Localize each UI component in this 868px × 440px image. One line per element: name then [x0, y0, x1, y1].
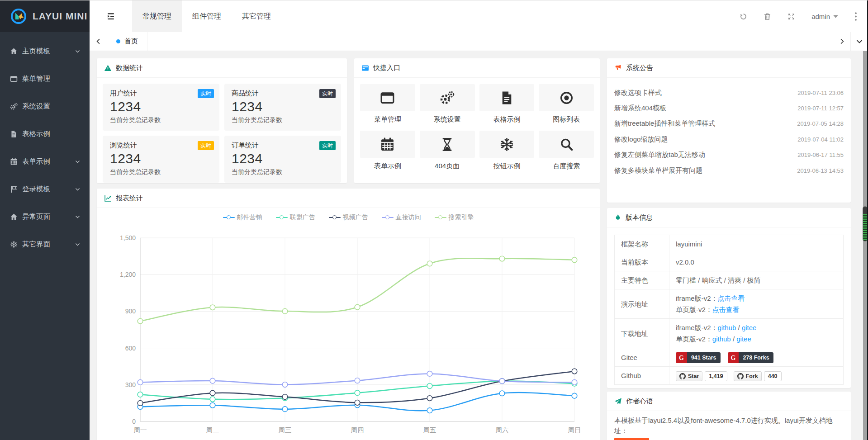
sidebar-item-登录模板[interactable]: 登录模板	[0, 175, 90, 203]
sidebar-item-异常页面[interactable]: 异常页面	[0, 203, 90, 231]
quick-entry-404页面[interactable]: 404页面	[420, 131, 475, 170]
svg-text:周日: 周日	[568, 426, 581, 434]
quick-entry-label: 404页面	[420, 162, 475, 170]
menu-collapse-button[interactable]	[90, 0, 132, 32]
realtime-badge: 实时	[319, 141, 336, 150]
version-text: /	[731, 335, 737, 343]
quick-entry-header: 快捷入口	[354, 58, 600, 78]
announcement-list: 修改选项卡样式2019-07-11 23:06新增系统404模板2019-07-…	[607, 78, 851, 178]
gitee-badge[interactable]: G278 Forks	[728, 352, 773, 363]
announcement-title: 修改选项卡样式	[614, 89, 662, 97]
sidebar-item-主页模板[interactable]: 主页模板	[0, 38, 90, 65]
trash-icon[interactable]	[764, 13, 771, 20]
version-value-line: iframe版-v2：github / gitee	[676, 322, 837, 333]
header-nav-tabs: 常规管理组件管理其它管理	[132, 0, 281, 32]
version-link[interactable]: github	[712, 335, 731, 343]
refresh-icon[interactable]	[740, 13, 747, 20]
quick-entry-菜单管理[interactable]: 菜单管理	[360, 84, 415, 124]
tab-scroll-left-button[interactable]	[90, 32, 107, 51]
version-header: 版本信息	[607, 208, 851, 227]
version-row-value: v2.0.0	[669, 253, 844, 271]
announcement-row[interactable]: 新增treetable插件和菜单管理样式2019-07-05 14:28	[614, 116, 844, 132]
quick-entry-表格示例[interactable]: 表格示例	[479, 84, 535, 124]
header-tab-组件管理[interactable]: 组件管理	[182, 0, 232, 32]
sidebar-item-菜单管理[interactable]: 菜单管理	[0, 65, 90, 93]
tab-operations-button[interactable]	[850, 32, 868, 51]
version-row-value: layuimini	[669, 235, 844, 253]
svg-text:1,200: 1,200	[120, 271, 136, 278]
announcement-title: 新增系统404模板	[614, 104, 666, 113]
github-fork-button[interactable]: Fork	[734, 371, 762, 381]
announcement-date: 2019-07-05 14:28	[797, 120, 844, 127]
caret-down-icon	[833, 15, 838, 18]
quick-entry-按钮示例[interactable]: 按钮示例	[479, 131, 535, 170]
tab-scroll-right-button[interactable]	[833, 32, 850, 51]
data-statistics-header: 数据统计	[97, 58, 347, 78]
app-title: LAYUI MINI	[33, 11, 87, 22]
version-link[interactable]: 点击查看	[712, 306, 740, 313]
stats-grid: 用户统计实时1234当前分类总记录数商品统计实时1234当前分类总记录数浏览统计…	[97, 78, 347, 189]
version-row-value: 零门槛 / 响应式 / 清爽 / 极简	[669, 271, 844, 289]
tab-home[interactable]: 首页	[107, 32, 147, 51]
svg-text:900: 900	[125, 308, 136, 315]
gitee-badge[interactable]: G941 Stars	[676, 352, 721, 363]
quick-entry-box	[360, 131, 415, 158]
svg-text:1,500: 1,500	[120, 234, 136, 241]
card-title: 版本信息	[626, 213, 653, 222]
github-count[interactable]: 1,419	[705, 371, 727, 381]
octocat-icon	[679, 373, 686, 379]
gitee-badge-label: 941 Stars	[687, 352, 721, 363]
card-title: 报表统计	[116, 194, 143, 203]
paper-plane-icon	[614, 397, 622, 405]
stat-value: 1234	[110, 99, 212, 114]
quick-entry-box	[539, 131, 594, 158]
version-link[interactable]: gitee	[736, 335, 751, 343]
announcement-title: 新增treetable插件和菜单管理样式	[614, 119, 715, 128]
announcement-row[interactable]: 修复左侧菜单缩放tab无法移动2019-06-17 11:55	[614, 147, 844, 163]
system-announcements-card: 系统公告 修改选项卡样式2019-07-11 23:06新增系统404模板201…	[607, 58, 851, 203]
version-link[interactable]: github	[718, 324, 736, 331]
github-star-button[interactable]: Star	[676, 371, 702, 381]
logo[interactable]: LAYUI MINI	[0, 0, 90, 32]
sidebar-item-表格示例[interactable]: 表格示例	[0, 120, 90, 148]
quick-entry-表单示例[interactable]: 表单示例	[360, 131, 415, 170]
home-icon	[10, 213, 18, 221]
stat-label: 用户统计	[110, 89, 212, 98]
header-tab-常规管理[interactable]: 常规管理	[132, 0, 182, 32]
github-count[interactable]: 440	[764, 371, 782, 381]
header-tab-其它管理[interactable]: 其它管理	[232, 0, 281, 32]
gitee-logo: G	[676, 352, 687, 363]
chevron-left-icon	[95, 38, 102, 45]
version-row-label: 演示地址	[615, 289, 669, 319]
sidebar-item-表单示例[interactable]: 表单示例	[0, 148, 90, 175]
version-row-label: 下载地址	[615, 319, 669, 348]
sidebar-item-系统设置[interactable]: 系统设置	[0, 93, 90, 120]
chevron-down-icon	[75, 159, 81, 165]
more-vertical-icon[interactable]	[854, 12, 857, 21]
user-menu[interactable]: admin	[811, 13, 838, 20]
fullscreen-icon[interactable]	[787, 13, 795, 20]
announcement-row[interactable]: 修改logo缩放问题2019-07-04 11:02	[614, 132, 844, 147]
sidebar-item-其它界面[interactable]: 其它界面	[0, 231, 90, 258]
version-row-label: 框架名称	[615, 235, 669, 253]
announcement-row[interactable]: 修改选项卡样式2019-07-11 23:06	[614, 85, 844, 100]
chevron-down-icon	[75, 48, 81, 54]
file-icon	[499, 90, 514, 105]
page-scrollbar-track[interactable]	[863, 51, 867, 440]
quick-entry-百度搜索[interactable]: 百度搜索	[539, 131, 594, 170]
layui-doc-button[interactable]: layui文档	[614, 438, 649, 440]
quick-entry-图标列表[interactable]: 图标列表	[539, 84, 594, 124]
announcement-date: 2019-07-11 12:57	[797, 105, 844, 112]
quick-entry-label: 菜单管理	[360, 115, 415, 124]
version-link[interactable]: gitee	[742, 324, 757, 331]
announcement-row[interactable]: 修复多模块菜单栏展开有问题2019-06-13 14:53	[614, 163, 844, 178]
version-link[interactable]: 点击查看	[718, 294, 745, 302]
author-body: 本模板基于layui2.5.4以及font-awesome-4.7.0进行实现。…	[607, 411, 851, 440]
file-icon	[10, 130, 18, 138]
announcement-date: 2019-07-11 23:06	[797, 90, 844, 96]
dot-circle-icon	[559, 90, 574, 105]
announcement-row[interactable]: 新增系统404模板2019-07-11 12:57	[614, 100, 844, 116]
quick-entry-系统设置[interactable]: 系统设置	[420, 84, 475, 124]
github-button-label: Star	[688, 371, 699, 382]
home-icon	[10, 47, 18, 55]
